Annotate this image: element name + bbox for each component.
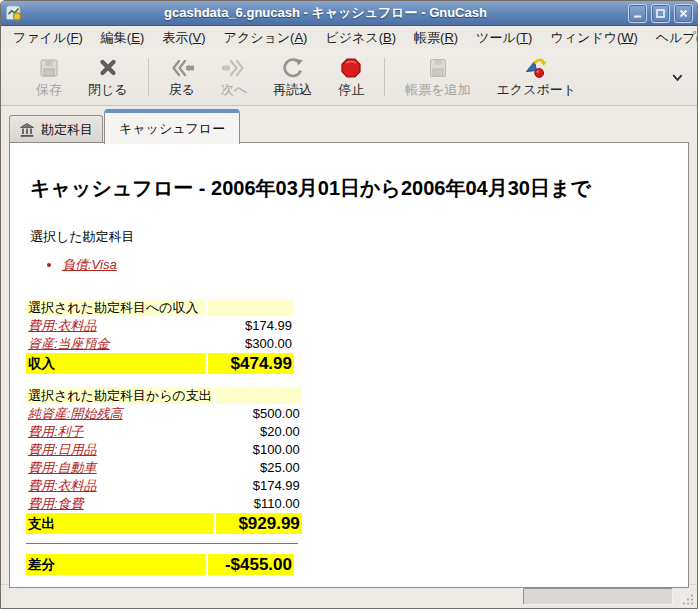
money-out-header: 選択された勘定科目からの支出: [26, 387, 214, 404]
menu-edit[interactable]: 編集(E): [92, 26, 153, 50]
add-report-button[interactable]: 帳票を追加: [392, 51, 483, 103]
reload-icon: [281, 56, 305, 80]
account-link[interactable]: 純資産:開始残高: [28, 406, 123, 421]
table-row: 費用:自動車$25.00: [26, 459, 302, 476]
account-link[interactable]: 費用:食費: [28, 496, 84, 511]
forward-icon: [222, 56, 246, 80]
gnucash-app-icon: [5, 4, 23, 22]
close-icon: [678, 8, 689, 19]
money-in-header: 選択された勘定科目への収入: [26, 299, 206, 316]
money-out-total-amount: $929.99: [216, 513, 302, 534]
maximize-icon: [655, 8, 666, 19]
amount-cell: $110.00: [216, 495, 302, 512]
close-window-button[interactable]: [674, 4, 693, 23]
amount-cell: $174.99: [208, 317, 294, 334]
table-row: 費用:衣料品$174.99: [26, 317, 294, 334]
bank-icon: [19, 122, 35, 138]
list-item: 負債:Visa: [62, 256, 668, 274]
amount-cell: $25.00: [216, 459, 302, 476]
toolbar-separator: [384, 58, 385, 96]
account-link[interactable]: 費用:衣料品: [28, 478, 97, 493]
menu-tools[interactable]: ツール(T): [467, 26, 541, 50]
money-out-total-label: 支出: [26, 513, 214, 534]
progress-bar: [523, 588, 673, 605]
tab-cash-flow[interactable]: キャッシュフロー: [104, 109, 240, 144]
save-icon: [37, 56, 61, 80]
maximize-button[interactable]: [651, 4, 670, 23]
account-link[interactable]: 費用:日用品: [28, 442, 97, 457]
forward-button[interactable]: 次へ: [208, 51, 260, 103]
menubar: ファイル(F) 編集(E) 表示(V) アクション(A) ビジネス(B) 帳票(…: [1, 26, 697, 50]
add-report-icon: [426, 56, 450, 80]
window-title: gcashdata_6.gnucash - キャッシュフロー - GnuCash: [27, 4, 624, 22]
difference-table: 差分-$455.00: [24, 553, 296, 576]
table-row: 費用:衣料品$174.99: [26, 477, 302, 494]
stop-button[interactable]: 停止: [325, 51, 377, 103]
table-row: 費用:日用品$100.00: [26, 441, 302, 458]
toolbar-overflow-button[interactable]: [664, 66, 691, 89]
divider: [26, 543, 298, 544]
amount-cell: $300.00: [208, 335, 294, 352]
money-out-table: 選択された勘定科目からの支出 純資産:開始残高$500.00費用:利子$20.0…: [24, 386, 304, 535]
resize-grip[interactable]: [682, 593, 694, 605]
menu-reports[interactable]: 帳票(R): [405, 26, 467, 50]
amount-cell: $174.99: [216, 477, 302, 494]
back-icon: [170, 56, 194, 80]
export-button[interactable]: エクスポート: [484, 51, 590, 103]
menu-windows[interactable]: ウィンドウ(W): [541, 26, 646, 50]
amount-cell: $100.00: [216, 441, 302, 458]
table-row: 費用:利子$20.00: [26, 423, 302, 440]
export-icon: [524, 56, 548, 80]
menu-business[interactable]: ビジネス(B): [316, 26, 405, 50]
menu-view[interactable]: 表示(V): [153, 26, 214, 50]
selected-accounts-list: 負債:Visa: [48, 256, 668, 274]
amount-cell: $500.00: [216, 405, 302, 422]
money-in-table: 選択された勘定科目への収入 費用:衣料品$174.99資産:当座預金$300.0…: [24, 298, 296, 375]
account-link[interactable]: 費用:衣料品: [28, 318, 97, 333]
account-link[interactable]: 資産:当座預金: [28, 336, 110, 351]
close-tab-button[interactable]: 閉じる: [75, 51, 141, 103]
stop-icon: [339, 56, 363, 80]
menu-actions[interactable]: アクション(A): [215, 26, 317, 50]
report-view: キャッシュフロー - 2006年03月01日から2006年04月30日まで 選択…: [9, 142, 689, 588]
tab-bar: 勘定科目 キャッシュフロー: [9, 108, 689, 143]
minimize-button[interactable]: [628, 4, 647, 23]
difference-amount: -$455.00: [208, 554, 294, 575]
account-link[interactable]: 費用:自動車: [28, 460, 97, 475]
minimize-icon: [632, 8, 643, 19]
table-row: 純資産:開始残高$500.00: [26, 405, 302, 422]
money-in-total-label: 収入: [26, 353, 206, 374]
selected-accounts-heading: 選択した勘定科目: [30, 228, 668, 246]
save-button[interactable]: 保存: [23, 51, 75, 103]
menu-help[interactable]: ヘルプ(H): [647, 26, 698, 50]
account-link[interactable]: 費用:利子: [28, 424, 84, 439]
table-row: 資産:当座預金$300.00: [26, 335, 294, 352]
gnucash-window: gcashdata_6.gnucash - キャッシュフロー - GnuCash…: [0, 0, 698, 609]
back-button[interactable]: 戻る: [156, 51, 208, 103]
report-title: キャッシュフロー - 2006年03月01日から2006年04月30日まで: [30, 175, 668, 202]
difference-label: 差分: [26, 554, 206, 575]
table-row: 費用:食費$110.00: [26, 495, 302, 512]
notebook: 勘定科目 キャッシュフロー キャッシュフロー - 2006年03月01日から20…: [9, 108, 689, 588]
toolbar-separator: [148, 58, 149, 96]
toolbar: 保存 閉じる 戻る 次へ 再読込 停止 帳票を追加 エクス: [1, 50, 697, 106]
chevron-down-icon: [670, 70, 685, 85]
account-link[interactable]: 負債:Visa: [62, 257, 117, 272]
tab-accounts[interactable]: 勘定科目: [9, 115, 103, 143]
amount-cell: $20.00: [216, 423, 302, 440]
titlebar: gcashdata_6.gnucash - キャッシュフロー - GnuCash: [1, 1, 697, 26]
reload-button[interactable]: 再読込: [260, 51, 325, 103]
menu-file[interactable]: ファイル(F): [4, 26, 92, 50]
close-icon: [96, 56, 120, 80]
money-in-total-amount: $474.99: [208, 353, 294, 374]
